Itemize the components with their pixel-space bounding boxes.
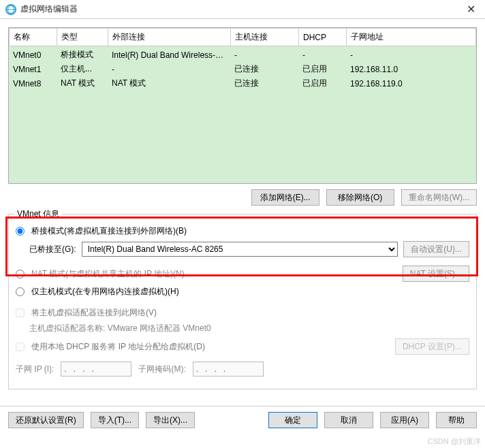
col-hostconn[interactable]: 主机连接	[231, 29, 299, 46]
ok-button[interactable]: 确定	[268, 412, 317, 428]
apply-button[interactable]: 应用(A)	[380, 412, 429, 428]
vmnet-info-group: VMnet 信息 桥接模式(将虚拟机直接连接到外部网络)(B) 已桥接至(G):…	[8, 214, 477, 389]
use-local-dhcp-checkbox	[16, 342, 25, 351]
export-button[interactable]: 导出(X)...	[146, 412, 195, 428]
cell-hostconn: -	[230, 48, 298, 62]
cancel-button[interactable]: 取消	[324, 412, 373, 428]
connect-host-adapter-label: 将主机虚拟适配器连接到此网络(V)	[31, 307, 157, 319]
restore-defaults-button[interactable]: 还原默认设置(R)	[8, 412, 84, 428]
cell-subnet: -	[346, 48, 476, 62]
cell-extconn: -	[108, 62, 230, 76]
bridge-mode-label[interactable]: 桥接模式(将虚拟机直接连接到外部网络)(B)	[31, 225, 187, 237]
cell-type: 桥接模式	[57, 48, 108, 62]
col-type[interactable]: 类型	[57, 29, 108, 46]
subnet-ip-label: 子网 IP (I):	[16, 364, 54, 375]
col-dhcp[interactable]: DHCP	[299, 29, 347, 46]
hostonly-mode-radio[interactable]	[16, 287, 25, 296]
subnet-mask-label: 子网掩码(M):	[138, 364, 185, 375]
cell-type: 仅主机...	[57, 62, 108, 76]
title-bar: 虚拟网络编辑器 ✕	[0, 0, 485, 19]
host-adapter-name-text: 主机虚拟适配器名称: VMware 网络适配器 VMnet0	[29, 323, 211, 334]
subnet-mask-input	[193, 362, 264, 377]
col-extconn[interactable]: 外部连接	[108, 29, 231, 46]
remove-network-button[interactable]: 移除网络(O)	[326, 189, 394, 206]
subnet-ip-input	[61, 362, 131, 377]
cell-extconn: Intel(R) Dual Band Wireless-A...	[108, 48, 230, 62]
cell-name: VMnet8	[9, 76, 57, 91]
table-row[interactable]: VMnet8 NAT 模式 NAT 模式 已连接 已启用 192.168.119…	[9, 76, 476, 91]
vmnet-info-title: VMnet 信息	[14, 208, 62, 220]
cell-type: NAT 模式	[57, 76, 108, 91]
cell-hostconn: 已连接	[230, 76, 298, 91]
globe-icon	[5, 4, 16, 15]
cell-hostconn: 已连接	[230, 62, 298, 76]
bridged-adapter-select[interactable]: Intel(R) Dual Band Wireless-AC 8265	[82, 242, 398, 257]
table-row[interactable]: VMnet0 桥接模式 Intel(R) Dual Band Wireless-…	[9, 48, 476, 62]
rename-network-button[interactable]: 重命名网络(W)...	[401, 189, 477, 206]
table-header-row: 名称 类型 外部连接 主机连接 DHCP 子网地址	[10, 29, 476, 46]
cell-name: VMnet0	[9, 48, 57, 62]
cell-extconn: NAT 模式	[108, 76, 230, 91]
auto-settings-button[interactable]: 自动设置(U)...	[403, 241, 469, 257]
hostonly-mode-label[interactable]: 仅主机模式(在专用网络内连接虚拟机)(H)	[31, 286, 179, 298]
cell-dhcp: 已启用	[298, 62, 346, 76]
cell-dhcp: 已启用	[298, 76, 346, 91]
close-button[interactable]: ✕	[463, 3, 480, 16]
network-table[interactable]: 名称 类型 外部连接 主机连接 DHCP 子网地址 VMnet0	[8, 27, 477, 184]
nat-settings-button[interactable]: NAT 设置(S)...	[403, 266, 469, 282]
cell-name: VMnet1	[9, 62, 57, 76]
watermark-text: CSDN @刘重洋	[428, 436, 481, 447]
bridged-to-label: 已桥接至(G):	[29, 244, 76, 255]
import-button[interactable]: 导入(T)...	[91, 412, 139, 428]
cell-subnet: 192.168.119.0	[346, 76, 476, 91]
connect-host-adapter-checkbox	[16, 308, 25, 317]
cell-subnet: 192.168.11.0	[346, 62, 476, 76]
add-network-button[interactable]: 添加网络(E)...	[251, 189, 319, 206]
nat-mode-radio[interactable]	[16, 270, 25, 278]
table-row[interactable]: VMnet1 仅主机... - 已连接 已启用 192.168.11.0	[9, 62, 476, 76]
col-subnet[interactable]: 子网地址	[347, 29, 476, 46]
use-local-dhcp-label: 使用本地 DHCP 服务将 IP 地址分配给虚拟机(D)	[31, 341, 205, 353]
cell-dhcp: -	[298, 48, 346, 62]
window-title: 虚拟网络编辑器	[20, 3, 463, 15]
dhcp-settings-button[interactable]: DHCP 设置(P)...	[395, 338, 469, 355]
footer-bar: 还原默认设置(R) 导入(T)... 导出(X)... 确定 取消 应用(A) …	[0, 406, 485, 428]
bridge-mode-radio[interactable]	[16, 227, 25, 236]
help-button[interactable]: 帮助	[436, 412, 477, 428]
col-name[interactable]: 名称	[10, 29, 57, 46]
nat-mode-label[interactable]: NAT 模式(与虚拟机共享主机的 IP 地址)(N)	[31, 268, 185, 280]
content-area: 名称 类型 外部连接 主机连接 DHCP 子网地址 VMnet0	[0, 19, 485, 398]
